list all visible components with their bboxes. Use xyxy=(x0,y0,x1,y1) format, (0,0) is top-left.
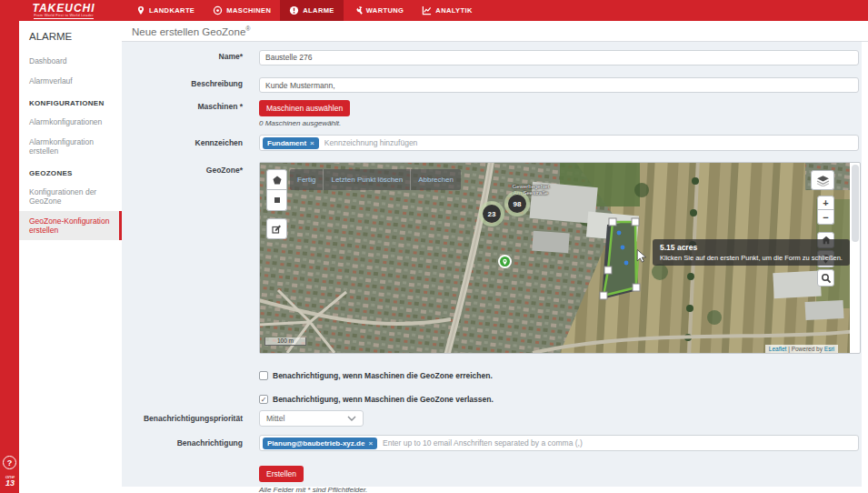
sidebar-item-geozone-konfiguration-erstellen[interactable]: GeoZone-Konfiguration erstellen xyxy=(19,211,122,240)
maschinen-label: Maschinen * xyxy=(122,98,243,111)
draw-action-fertig[interactable]: Fertig xyxy=(290,169,324,190)
draw-toolbar xyxy=(266,169,287,239)
esri-link[interactable]: Esri xyxy=(824,346,834,352)
checkbox-erreichen[interactable] xyxy=(259,371,268,380)
sidebar-item-konfigurationen-der-geozone[interactable]: Konfigurationen der GeoZone xyxy=(19,182,122,211)
layers-button[interactable] xyxy=(811,170,834,190)
draw-action-letzten-punkt-loeschen[interactable]: Letzten Punkt löschen xyxy=(324,169,411,190)
app-screen: TAKEUCHI From World First to World Leade… xyxy=(0,0,868,493)
draw-actions-bar: Fertig Letzten Punkt löschen Abbrechen xyxy=(290,169,461,190)
registered-mark: ® xyxy=(245,25,250,32)
sidebar-item-alarmkonfigurationen[interactable]: Alarmkonfigurationen xyxy=(19,112,122,132)
draw-tooltip: 5.15 acres Klicken Sie auf den ersten Pu… xyxy=(653,239,850,266)
checkbox-erreichen-label: Benachrichtigung, wenn Maschinen die Geo… xyxy=(273,371,493,380)
draw-action-abbrechen[interactable]: Abbrechen xyxy=(411,169,461,190)
help-label: ? xyxy=(7,458,13,468)
row-kennzeichen: Kennzeichen Fundament× xyxy=(122,135,862,151)
sidebar-title: ALARME xyxy=(19,21,122,51)
alarm-icon xyxy=(289,5,299,15)
beschreibung-label: Beschreibung xyxy=(122,79,243,88)
layers-icon xyxy=(816,175,830,186)
takeuchi-logo[interactable]: TAKEUCHI From World First to World Leade… xyxy=(0,0,127,21)
benachrichtigung-input[interactable] xyxy=(383,437,855,449)
geozone-label: GeoZone* xyxy=(122,162,243,175)
sidebar-item-dashboard[interactable]: Dashboard xyxy=(19,51,122,71)
machine-icon xyxy=(213,5,223,15)
kennzeichen-input[interactable] xyxy=(324,136,855,149)
email-tag[interactable]: Planung@baubetrieb-xyz.de× xyxy=(263,438,377,449)
machine-marker[interactable] xyxy=(498,255,512,268)
top-navbar: TAKEUCHI From World First to World Leade… xyxy=(0,0,868,21)
edit-icon xyxy=(271,223,283,235)
nav-label: WARTUNG xyxy=(366,6,404,15)
nav-label: ALARME xyxy=(303,6,334,15)
map-attribution: Leaflet | Powered by Esri xyxy=(765,345,838,353)
one13-logo[interactable]: one 13 xyxy=(2,474,18,487)
marker-pin-icon xyxy=(502,258,508,266)
row-name: Name* xyxy=(122,47,862,65)
nav-item-analytik[interactable]: ANALYTIK xyxy=(413,0,481,21)
tag-close-icon[interactable]: × xyxy=(368,439,373,448)
nav-item-wartung[interactable]: WARTUNG xyxy=(344,0,414,21)
name-input[interactable] xyxy=(259,50,859,65)
cursor-icon xyxy=(636,249,647,263)
map-scrollbar[interactable] xyxy=(852,165,859,242)
chevron-down-icon xyxy=(347,416,356,422)
zoom-out-button[interactable]: − xyxy=(817,210,834,225)
benachrichtigung-tagbox[interactable]: Planung@baubetrieb-xyz.de× xyxy=(259,435,859,451)
nav-item-landkarte[interactable]: LANDKARTE xyxy=(127,0,204,21)
map-pin-icon xyxy=(136,5,145,15)
required-fields-note: Alle Felder mit * sind Pflichtfelder. xyxy=(259,486,859,493)
wrench-icon xyxy=(353,5,363,15)
draw-rectangle-button[interactable] xyxy=(266,190,287,211)
row-prioritaet: Benachrichtigungspriorität Mittel xyxy=(122,410,862,427)
machine-cluster[interactable]: 98 xyxy=(504,191,530,216)
nav-label: MASCHINEN xyxy=(226,6,271,15)
kennzeichen-tagbox[interactable]: Fundament× xyxy=(259,135,859,151)
maschinen-count-hint: 0 Maschinen ausgewählt. xyxy=(259,119,859,127)
polygon-icon xyxy=(272,175,283,186)
machine-cluster[interactable]: 23 xyxy=(479,201,504,226)
sidebar-item-alarmkonfiguration-erstellen[interactable]: Alarmkonfiguration erstellen xyxy=(19,132,122,161)
kennzeichen-tag[interactable]: Fundament× xyxy=(263,137,319,149)
sidebar: ALARME Dashboard Alarmverlauf KONFIGURAT… xyxy=(19,21,122,493)
logo-text: TAKEUCHI xyxy=(32,4,95,13)
erstellen-button[interactable]: Erstellen xyxy=(259,466,304,482)
prioritaet-select[interactable]: Mittel xyxy=(259,410,364,427)
kennzeichen-label: Kennzeichen xyxy=(122,138,243,147)
sidebar-section-konfigurationen: KONFIGURATIONEN xyxy=(19,91,122,112)
checkbox-verlassen[interactable]: ✓ xyxy=(259,395,268,404)
help-button[interactable]: ? xyxy=(3,456,16,469)
cluster-count: 98 xyxy=(508,195,526,213)
sidebar-section-geozones: GEOZONES xyxy=(19,161,122,182)
map-area-label: GewerbegebietAm Seestraße xyxy=(494,184,567,196)
row-checkbox-erreichen: Benachrichtigung, wenn Maschinen die Geo… xyxy=(259,371,862,380)
edit-shape-button[interactable] xyxy=(266,218,287,239)
geozone-form: Name* Beschreibung Maschinen * Maschinen… xyxy=(122,42,862,487)
tag-close-icon[interactable]: × xyxy=(310,139,314,147)
search-icon xyxy=(821,273,832,284)
beschreibung-input[interactable] xyxy=(259,77,859,93)
draw-polygon-button[interactable] xyxy=(266,169,287,190)
nav-label: ANALYTIK xyxy=(435,6,472,15)
nav-menu: LANDKARTE MASCHINEN ALARME WARTUNG ANALY… xyxy=(127,0,482,21)
row-beschreibung: Beschreibung xyxy=(122,75,862,94)
zoom-in-button[interactable]: + xyxy=(817,196,834,210)
prioritaet-label: Benachrichtigungspriorität xyxy=(122,414,243,423)
tooltip-area-value: 5.15 acres xyxy=(660,243,843,252)
nav-label: LANDKARTE xyxy=(149,6,195,15)
checkbox-verlassen-label: Benachrichtigung, wenn Maschinen die Geo… xyxy=(273,395,494,404)
map-search-button[interactable] xyxy=(817,269,834,287)
row-checkbox-verlassen: ✓ Benachrichtigung, wenn Maschinen die G… xyxy=(259,395,862,404)
sidebar-item-alarmverlauf[interactable]: Alarmverlauf xyxy=(19,71,122,91)
row-maschinen: Maschinen * Maschinen auswählen 0 Maschi… xyxy=(122,98,862,127)
geozone-map-container: Fertig Letzten Punkt löschen Abbrechen +… xyxy=(259,162,861,354)
tooltip-instruction: Klicken Sie auf den ersten Punkt, um die… xyxy=(660,254,843,262)
page-header: Neue erstellen GeoZone® xyxy=(122,21,868,42)
geozone-map[interactable]: Fertig Letzten Punkt löschen Abbrechen +… xyxy=(260,163,850,353)
nav-item-alarme[interactable]: ALARME xyxy=(280,0,343,21)
leaflet-link[interactable]: Leaflet xyxy=(769,346,787,352)
row-benachrichtigung: Benachrichtigung Planung@baubetrieb-xyz.… xyxy=(122,435,862,451)
maschinen-auswaehlen-button[interactable]: Maschinen auswählen xyxy=(259,100,350,116)
nav-item-maschinen[interactable]: MASCHINEN xyxy=(204,0,280,21)
